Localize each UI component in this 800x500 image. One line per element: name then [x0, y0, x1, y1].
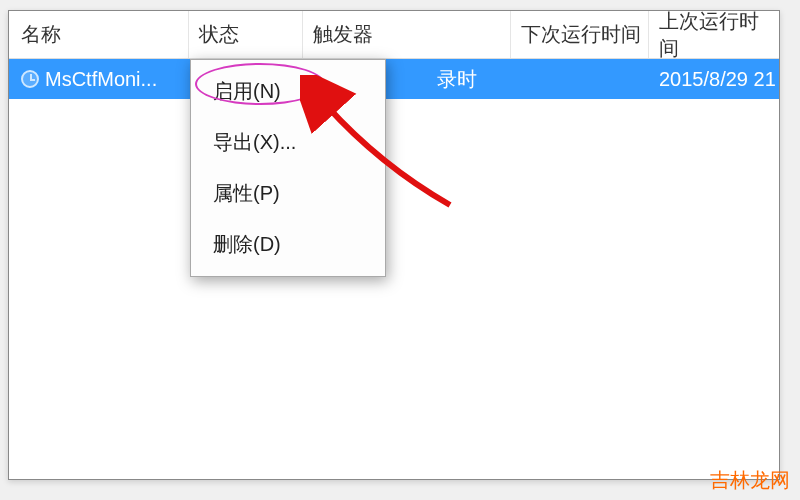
context-menu: 启用(N) 导出(X)... 属性(P) 删除(D): [190, 59, 386, 277]
header-status[interactable]: 状态: [189, 11, 303, 58]
header-trigger[interactable]: 触发器: [303, 11, 511, 58]
column-headers: 名称 状态 触发器 下次运行时间 上次运行时间: [9, 11, 779, 59]
last-run-text: 2015/8/29 21: [659, 68, 776, 91]
header-next-run[interactable]: 下次运行时间: [511, 11, 649, 58]
menu-delete[interactable]: 删除(D): [193, 219, 383, 270]
task-name: MsCtfMoni...: [45, 68, 157, 91]
menu-enable[interactable]: 启用(N): [193, 66, 383, 117]
header-name[interactable]: 名称: [9, 11, 189, 58]
menu-export[interactable]: 导出(X)...: [193, 117, 383, 168]
task-clock-icon: [21, 70, 39, 88]
menu-properties[interactable]: 属性(P): [193, 168, 383, 219]
watermark-text: 吉林龙网: [710, 467, 790, 494]
trigger-text-fragment: 录时: [437, 66, 477, 93]
task-scheduler-pane: 名称 状态 触发器 下次运行时间 上次运行时间 MsCtfMoni... 录时 …: [8, 10, 780, 480]
table-row[interactable]: MsCtfMoni... 录时 2015/8/29 21: [9, 59, 779, 99]
header-last-run[interactable]: 上次运行时间: [649, 11, 777, 58]
